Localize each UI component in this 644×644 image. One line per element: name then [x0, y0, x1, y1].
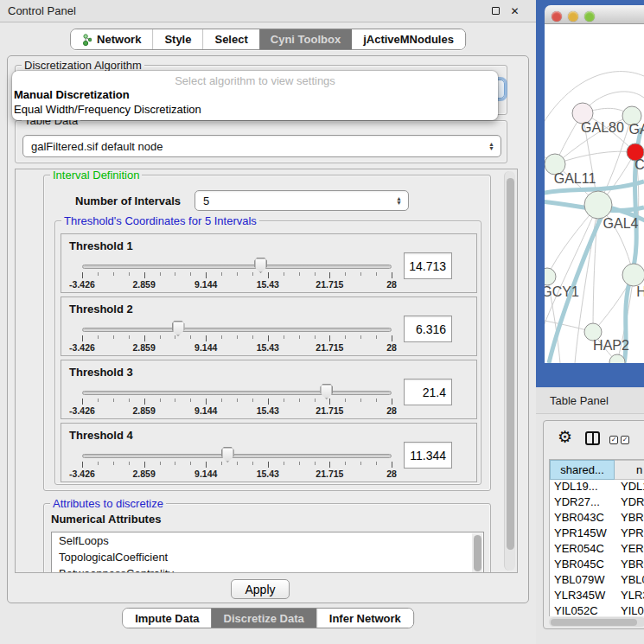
- thresholds-group-title: Threshold's Coordinates for 5 Intervals: [61, 214, 259, 227]
- network-window-titlebar[interactable]: [545, 5, 644, 24]
- discretization-algorithm-title: Discretization Algorithm: [22, 59, 144, 72]
- zoom-traffic-light[interactable]: [584, 11, 595, 22]
- close-traffic-light[interactable]: [552, 11, 562, 22]
- apply-button[interactable]: Apply: [231, 579, 290, 599]
- threshold-1-label: Threshold 1: [69, 239, 133, 252]
- tab-network[interactable]: Network: [71, 29, 152, 49]
- threshold-4-slider-track[interactable]: [82, 454, 392, 458]
- cell-name[interactable]: YBR0: [615, 511, 644, 526]
- checkbox-icon[interactable]: ✓: [621, 436, 629, 444]
- cell-name[interactable]: YER0: [615, 542, 644, 558]
- threshold-3-value-field[interactable]: 21.4: [404, 379, 452, 405]
- cell-name[interactable]: YPR1: [615, 526, 644, 542]
- attribute-list-item[interactable]: BetweennessCentrality: [52, 565, 483, 573]
- cell-shared-name[interactable]: YBR045C: [550, 558, 615, 573]
- column-header-name[interactable]: n: [615, 460, 644, 480]
- threshold-2-slider-thumb[interactable]: [172, 321, 185, 336]
- float-window-icon[interactable]: [490, 6, 501, 17]
- threshold-2-value-field[interactable]: 6.316: [404, 316, 452, 342]
- attributes-scrollbar-thumb[interactable]: [474, 535, 481, 571]
- tab-infer-network-label: Infer Network: [329, 612, 401, 625]
- network-canvas[interactable]: GAL80GACGAL11GAL4GCY1HHAP2: [545, 24, 644, 363]
- settings-scrollbar-thumb[interactable]: [507, 178, 514, 550]
- network-node-h[interactable]: [622, 264, 644, 286]
- threshold-4-panel: Threshold 4 -3.4262.8599.14415.4321.7152…: [61, 423, 477, 482]
- threshold-1-slider-track[interactable]: [82, 265, 392, 269]
- table-hscrollbar-thumb[interactable]: [551, 619, 637, 626]
- table-row[interactable]: YDR27...YDR2: [550, 495, 644, 511]
- node-label: GA: [628, 122, 644, 137]
- settings-vertical-scrollbar[interactable]: [504, 171, 515, 571]
- algorithm-hint: Select algorithm to view settings: [12, 71, 498, 87]
- attribute-list-item[interactable]: SelfLoops: [52, 532, 483, 549]
- table-row[interactable]: YBR045CYBR0: [550, 558, 644, 573]
- slider-ticks: [82, 335, 392, 342]
- tab-select[interactable]: Select: [202, 29, 258, 49]
- number-of-intervals-combobox[interactable]: 5 ▲▼: [194, 190, 409, 211]
- table-panel: Table Panel ⚙ ✓ ✓ shared... n YDL19...YD…: [536, 387, 644, 644]
- cell-shared-name[interactable]: YBR043C: [550, 511, 615, 526]
- table-panel-title: Table Panel: [550, 394, 609, 407]
- table-row[interactable]: YER054CYER0: [550, 542, 644, 558]
- cell-name[interactable]: YBR0: [615, 558, 644, 573]
- cyni-toolbox-panel: Discretization Algorithm Table Data galF…: [7, 55, 529, 603]
- threshold-3-slider-thumb[interactable]: [320, 384, 333, 399]
- threshold-1-panel: Threshold 1 -3.4262.8599.14415.4321.7152…: [61, 233, 477, 293]
- table-row[interactable]: YLR345WYLR3: [550, 589, 644, 604]
- node-label: GAL11: [554, 171, 596, 186]
- table-row[interactable]: YIL052CYIL0: [550, 604, 644, 616]
- numerical-attributes-list[interactable]: SelfLoopsTopologicalCoefficientBetweenne…: [51, 532, 484, 573]
- threshold-1-slider-thumb[interactable]: [254, 258, 267, 273]
- tab-select-label: Select: [214, 33, 247, 46]
- tab-style[interactable]: Style: [152, 29, 202, 49]
- threshold-4-value-field[interactable]: 11.344: [404, 442, 452, 469]
- threshold-3-slider-track[interactable]: [82, 391, 392, 395]
- column-header-shared-name[interactable]: shared...: [550, 460, 615, 480]
- table-horizontal-scrollbar[interactable]: [549, 617, 644, 627]
- cell-shared-name[interactable]: YDL19...: [550, 480, 615, 495]
- threshold-1-value-field[interactable]: 14.713: [404, 252, 452, 279]
- cell-name[interactable]: YBL0: [615, 573, 644, 589]
- tab-impute-data[interactable]: Impute Data: [123, 609, 211, 628]
- algorithm-option-equal-width[interactable]: Equal Width/Frequency Discretization: [12, 102, 498, 117]
- tab-cyni-toolbox[interactable]: Cyni Toolbox: [259, 29, 352, 49]
- table-row[interactable]: YDL19...YDL1: [550, 480, 644, 495]
- algorithm-option-manual[interactable]: Manual Discretization: [12, 87, 498, 102]
- tab-infer-network[interactable]: Infer Network: [316, 609, 413, 628]
- threshold-2-slider-track[interactable]: [82, 328, 392, 332]
- cell-shared-name[interactable]: YIL052C: [550, 604, 615, 616]
- table-panel-body: ⚙ ✓ ✓ shared... n YDL19...YDL1YDR27...YD…: [543, 420, 644, 629]
- cell-shared-name[interactable]: YDR27...: [550, 495, 615, 511]
- checkbox-icon[interactable]: ✓: [609, 436, 618, 444]
- cell-name[interactable]: YIL0: [615, 604, 644, 616]
- cell-name[interactable]: YDR2: [615, 495, 644, 511]
- close-icon[interactable]: ✕: [509, 6, 520, 17]
- table-data-combobox[interactable]: galFiltered.sif default node ▲▼: [22, 135, 501, 157]
- table-row[interactable]: YPR145WYPR1: [550, 526, 644, 542]
- cell-shared-name[interactable]: YLR345W: [550, 589, 615, 604]
- threshold-4-label: Threshold 4: [69, 429, 133, 442]
- tab-discretize-data[interactable]: Discretize Data: [212, 609, 316, 628]
- attributes-scrollbar[interactable]: [472, 533, 482, 573]
- control-panel: Control Panel ✕ Network Style Select Cyn…: [0, 0, 536, 644]
- stepper-arrows-icon: ▲▼: [396, 196, 402, 205]
- cell-shared-name[interactable]: YBL079W: [550, 573, 615, 589]
- table-row[interactable]: YBR043CYBR0: [550, 511, 644, 526]
- table-row[interactable]: YBL079WYBL0: [550, 573, 644, 589]
- threshold-4-slider-thumb[interactable]: [221, 447, 234, 462]
- columns-icon[interactable]: [585, 431, 600, 445]
- network-node-gcy1[interactable]: [545, 268, 556, 285]
- minimize-traffic-light[interactable]: [568, 11, 578, 22]
- cell-shared-name[interactable]: YER054C: [550, 542, 615, 558]
- cell-name[interactable]: YLR3: [615, 589, 644, 604]
- network-graph: GAL80GACGAL11GAL4GCY1HHAP2: [545, 24, 644, 363]
- cell-name[interactable]: YDL1: [615, 480, 644, 495]
- cell-shared-name[interactable]: YPR145W: [550, 526, 615, 542]
- network-edge[interactable]: [555, 151, 635, 164]
- gear-icon[interactable]: ⚙: [558, 428, 572, 447]
- stepper-arrows-icon: ▲▼: [488, 142, 494, 150]
- attribute-list-item[interactable]: TopologicalCoefficient: [52, 549, 483, 565]
- network-node-gal4[interactable]: [584, 191, 612, 219]
- network-node[interactable]: [609, 354, 625, 363]
- tab-jactivemnodules[interactable]: jActiveMNodules: [352, 29, 465, 49]
